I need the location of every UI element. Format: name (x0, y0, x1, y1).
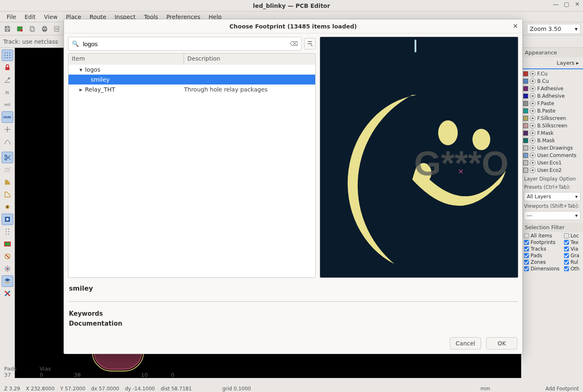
detail-name: smiley (69, 284, 517, 292)
svg-point-71 (425, 268, 426, 269)
ok-button[interactable]: OK (486, 337, 517, 350)
search-input-wrapper: 🔍 ⌫ (68, 37, 302, 51)
select-with-filter-button[interactable] (304, 38, 316, 49)
svg-point-53 (336, 90, 337, 91)
svg-point-56 (470, 90, 471, 91)
footprint-tree[interactable]: ▾logos smiley ▸Relay_THT Through hole re… (68, 65, 316, 278)
svg-point-66 (381, 223, 382, 224)
svg-point-58 (381, 134, 382, 135)
svg-point-54 (381, 90, 382, 91)
footprint-preview[interactable]: G***O (320, 37, 518, 278)
svg-point-67 (425, 223, 426, 224)
svg-point-68 (470, 223, 471, 224)
disclosure-triangle-closed-icon[interactable]: ▸ (78, 86, 83, 93)
svg-point-72 (470, 268, 471, 269)
dialog-footer: Cancel OK (64, 334, 522, 354)
detail-keywords-label: Keywords (69, 310, 517, 317)
dialog-title: Choose Footprint (13485 items loaded) ✕ (64, 19, 522, 33)
svg-point-69 (336, 268, 337, 269)
col-item[interactable]: Item (68, 54, 184, 65)
search-icon: 🔍 (72, 40, 79, 47)
search-input[interactable] (82, 40, 286, 48)
svg-point-51 (425, 46, 426, 47)
tree-lib-logos[interactable]: ▾logos (68, 65, 315, 75)
tree-item-smiley[interactable]: smiley (68, 75, 315, 85)
footprint-details: smiley Keywords Documentation (68, 282, 518, 334)
svg-point-52 (470, 46, 471, 47)
col-description[interactable]: Description (184, 54, 224, 65)
svg-point-59 (425, 134, 426, 135)
svg-point-55 (425, 90, 426, 91)
svg-point-61 (336, 179, 337, 180)
modal-backdrop: Choose Footprint (13485 items loaded) ✕ … (0, 0, 583, 392)
detail-documentation-label: Documentation (69, 320, 517, 327)
preview-watermark: G***O (414, 144, 508, 183)
svg-point-57 (336, 134, 337, 135)
dialog-close-button[interactable]: ✕ (513, 22, 518, 30)
svg-point-74 (438, 120, 458, 145)
svg-point-65 (336, 223, 337, 224)
disclosure-triangle-open-icon[interactable]: ▾ (78, 66, 83, 73)
tree-lib-relay-tht[interactable]: ▸Relay_THT Through hole relay packages (68, 85, 315, 94)
svg-point-60 (470, 134, 471, 135)
clear-search-icon[interactable]: ⌫ (290, 40, 298, 47)
svg-point-62 (381, 179, 382, 180)
svg-point-70 (381, 268, 382, 269)
choose-footprint-dialog: Choose Footprint (13485 items loaded) ✕ … (64, 19, 523, 354)
svg-rect-73 (415, 40, 416, 52)
cancel-button[interactable]: Cancel (450, 337, 481, 350)
svg-point-50 (381, 46, 382, 47)
svg-point-49 (336, 46, 337, 47)
tree-header: Item Description (68, 53, 316, 65)
